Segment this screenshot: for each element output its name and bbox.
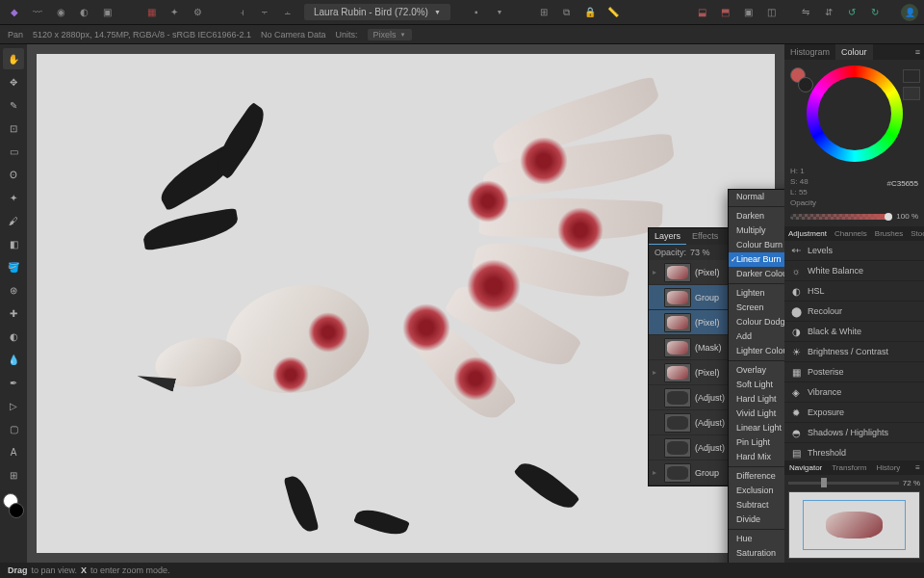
align-center-icon[interactable]: ⫟	[256, 4, 273, 21]
swatch-icon[interactable]: ▦	[142, 4, 160, 21]
tab-transform[interactable]: Transform	[827, 460, 871, 475]
color-wells[interactable]	[3, 493, 24, 518]
recent-swatch[interactable]	[903, 69, 920, 83]
lasso-tool[interactable]: ʘ	[3, 164, 24, 185]
tab-channels[interactable]: Channels	[831, 226, 871, 241]
tab-stock[interactable]: Stock	[907, 226, 924, 241]
flood-select-tool[interactable]: ✦	[3, 187, 24, 208]
color-picker-tool[interactable]: ✎	[3, 94, 24, 116]
blend-mode-add[interactable]: Add	[729, 329, 784, 344]
blend-mode-colour-dodge[interactable]: Colour Dodge	[729, 315, 784, 329]
layer-thumbnail[interactable]	[664, 288, 691, 307]
blend-mode-linear-light[interactable]: Linear Light	[729, 421, 784, 435]
blend-mode-darker-colour[interactable]: Darker Colour	[729, 267, 784, 281]
blend-mode-soft-light[interactable]: Soft Light	[729, 378, 784, 392]
move-tool[interactable]: ✥	[3, 71, 24, 92]
blend-mode-difference[interactable]: Difference	[729, 469, 784, 484]
panel-menu-icon[interactable]: ≡	[911, 44, 924, 60]
arrange-back-icon[interactable]: ⬓	[693, 4, 710, 21]
brush-tool[interactable]: 🖌	[3, 210, 24, 231]
colour-picker-handle[interactable]	[857, 116, 864, 123]
blend-mode-exclusion[interactable]: Exclusion	[729, 484, 784, 498]
flip-v-icon[interactable]: ⇵	[820, 4, 837, 21]
colour-opacity-slider[interactable]: 100 %	[790, 212, 918, 221]
layer-thumbnail[interactable]	[664, 363, 691, 382]
assets-icon[interactable]: ✦	[166, 4, 183, 21]
pan-tool[interactable]: ✋	[3, 48, 24, 69]
magnet-icon[interactable]: ⧉	[558, 4, 576, 21]
layer-thumbnail[interactable]	[664, 388, 691, 407]
shape-tool[interactable]: ▢	[3, 418, 24, 439]
blend-mode-darken[interactable]: Darken	[729, 209, 784, 223]
rotate-cw-icon[interactable]: ↻	[866, 4, 884, 21]
blend-mode-menu[interactable]: NormalDarkenMultiplyColour BurnLinear Bu…	[728, 189, 784, 563]
pen-tool[interactable]: ✒	[3, 372, 24, 393]
zoom-slider[interactable]: 72 %	[788, 479, 920, 487]
ruler-icon[interactable]: 📏	[604, 4, 622, 21]
adjustment-hsl[interactable]: ◐HSL	[784, 281, 924, 302]
blend-mode-hard-light[interactable]: Hard Light	[729, 392, 784, 407]
fill-tool[interactable]: 🪣	[3, 256, 24, 277]
recent-swatch[interactable]	[903, 87, 920, 100]
layer-thumbnail[interactable]	[664, 413, 691, 433]
blend-mode-overlay[interactable]: Overlay	[729, 363, 784, 378]
blend-mode-saturation[interactable]: Saturation	[729, 546, 784, 561]
blend-mode-lighten[interactable]: Lighten	[729, 286, 784, 301]
adjustment-vibrance[interactable]: ◈Vibrance	[784, 382, 924, 403]
snap-icon[interactable]: ⊞	[535, 4, 552, 21]
blend-mode-hue[interactable]: Hue	[729, 532, 784, 546]
layer-thumbnail[interactable]	[664, 463, 691, 483]
layer-thumbnail[interactable]	[664, 313, 691, 332]
flip-h-icon[interactable]: ⇋	[797, 4, 814, 21]
document-title-dropdown[interactable]: Laura Rubin - Bird (72.0%) ▼	[304, 4, 450, 20]
healing-tool[interactable]: ✚	[3, 302, 24, 324]
layer-opacity-value[interactable]: 73 %	[690, 248, 710, 257]
layer-expand-icon[interactable]: ▸	[653, 468, 660, 477]
hue-wheel[interactable]	[807, 66, 903, 162]
align-left-icon[interactable]: ⫞	[233, 4, 250, 21]
dodge-tool[interactable]: ◐	[3, 326, 24, 347]
text-tool[interactable]: A	[3, 441, 24, 462]
account-avatar[interactable]: 👤	[901, 4, 918, 21]
persona-tone-icon[interactable]: ◐	[75, 4, 92, 21]
tab-effects[interactable]: Effects	[686, 228, 724, 245]
tab-layers[interactable]: Layers	[649, 228, 686, 245]
blend-mode-colour[interactable]: Colour	[729, 561, 784, 563]
blend-mode-colour-burn[interactable]: Colour Burn	[729, 238, 784, 252]
marquee-tool[interactable]: ▭	[3, 141, 24, 162]
colour-opacity-value[interactable]: 100 %	[896, 212, 918, 221]
adjustment-exposure[interactable]: ✹Exposure	[784, 403, 924, 423]
adjustment-black-&-white[interactable]: ◑Black & White	[784, 322, 924, 342]
align-right-icon[interactable]: ⫠	[279, 4, 296, 21]
adjustment-white-balance[interactable]: ☼White Balance	[784, 261, 924, 281]
settings-gear-icon[interactable]: ⚙	[189, 4, 206, 21]
units-dropdown[interactable]: Pixels ▼	[368, 29, 412, 40]
layer-thumbnail[interactable]	[664, 438, 691, 458]
node-tool[interactable]: ▷	[3, 395, 24, 416]
tab-histogram[interactable]: Histogram	[784, 44, 835, 60]
blend-mode-vivid-light[interactable]: Vivid Light	[729, 407, 784, 421]
hex-input[interactable]: C35655	[891, 179, 918, 188]
arrange-front-icon[interactable]: ⬒	[716, 4, 733, 21]
blend-mode-subtract[interactable]: Subtract	[729, 498, 784, 512]
blur-tool[interactable]: 💧	[3, 349, 24, 370]
crop-tool[interactable]: ⊡	[3, 118, 24, 139]
tab-history[interactable]: History	[871, 460, 905, 475]
blend-mode-screen[interactable]: Screen	[729, 301, 784, 315]
adjustment-shadows-highlights[interactable]: ◓Shadows / Highlights	[784, 423, 924, 443]
canvas-viewport[interactable]: Layers Effects Styles ≡ Opacity: 73 % ⚙ …	[27, 44, 784, 563]
saturation-box[interactable]	[831, 90, 879, 138]
preview-mode-icon[interactable]: ▪	[468, 4, 485, 21]
tab-adjustment[interactable]: Adjustment	[784, 226, 831, 241]
lock-icon[interactable]: 🔒	[581, 4, 599, 21]
blend-mode-divide[interactable]: Divide	[729, 512, 784, 527]
blend-mode-pin-light[interactable]: Pin Light	[729, 435, 784, 450]
blend-mode-normal[interactable]: Normal	[729, 190, 784, 204]
eraser-tool[interactable]: ◧	[3, 233, 24, 254]
mesh-tool[interactable]: ⊞	[3, 464, 24, 486]
ungroup-icon[interactable]: ◫	[762, 4, 780, 21]
zoom-value[interactable]: 72 %	[903, 479, 920, 487]
clone-tool[interactable]: ⊛	[3, 279, 24, 301]
tab-navigator[interactable]: Navigator	[784, 460, 827, 475]
persona-export-icon[interactable]: ▣	[98, 4, 116, 21]
